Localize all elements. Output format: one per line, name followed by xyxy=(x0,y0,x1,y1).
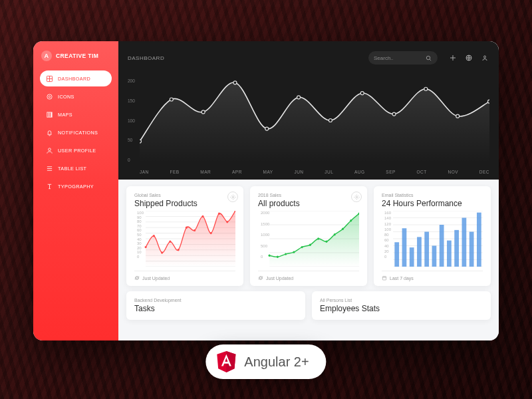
sidebar-item-notifications[interactable]: NOTIFICATIONS xyxy=(40,124,112,140)
svg-point-55 xyxy=(293,251,295,253)
refresh-icon xyxy=(258,275,263,281)
breadcrumb: DASHBOARD xyxy=(128,55,362,61)
card-footer-text: Just Updated xyxy=(142,276,170,281)
svg-rect-81 xyxy=(454,230,459,267)
maps-icon xyxy=(45,110,53,118)
svg-rect-73 xyxy=(394,242,399,267)
card-eyebrow: Email Statistics xyxy=(382,193,483,198)
sidebar-item-label: ICONS xyxy=(58,94,74,100)
svg-point-57 xyxy=(309,244,311,246)
svg-point-44 xyxy=(226,221,228,223)
card-shipped-products: Global Sales Shipped Products 1009080706… xyxy=(126,186,243,286)
globe-icon[interactable] xyxy=(464,53,473,63)
svg-point-15 xyxy=(297,96,301,99)
svg-rect-84 xyxy=(477,213,481,267)
search-box[interactable] xyxy=(368,51,438,65)
svg-point-14 xyxy=(265,127,269,130)
svg-point-38 xyxy=(178,249,180,251)
svg-rect-76 xyxy=(417,237,422,267)
svg-point-2 xyxy=(49,96,51,98)
sidebar-item-maps[interactable]: MAPS xyxy=(40,106,112,122)
svg-point-54 xyxy=(285,253,287,255)
svg-point-6 xyxy=(48,148,51,150)
svg-point-59 xyxy=(325,241,327,243)
sidebar-item-table-list[interactable]: TABLE LIST xyxy=(40,160,112,176)
sparkle-icon[interactable] xyxy=(448,53,458,63)
svg-rect-83 xyxy=(469,232,474,267)
svg-point-35 xyxy=(153,235,155,237)
card-tasks: Backend Development Tasks xyxy=(126,291,305,320)
card-title: 24 Hours Performance xyxy=(382,199,483,208)
card-title: Employees Stats xyxy=(320,304,483,313)
sidebar-item-dashboard[interactable]: DASHBOARD xyxy=(40,70,112,86)
sidebar-item-label: TYPOGRAPHY xyxy=(58,184,94,190)
svg-point-12 xyxy=(201,110,205,114)
svg-point-62 xyxy=(350,219,352,221)
svg-point-13 xyxy=(233,81,237,84)
svg-point-16 xyxy=(329,119,332,122)
hero-y-axis: 200150100500 xyxy=(128,78,135,162)
svg-point-9 xyxy=(484,56,486,58)
sidebar-item-label: MAPS xyxy=(58,112,72,118)
hero-x-axis: JANFEBMARAPRMAYJUNJULAUGSEPOCTNOVDEC xyxy=(140,170,489,174)
sidebar-item-user-profile[interactable]: USER PROFILE xyxy=(40,142,112,158)
card-eyebrow: 2018 Sales xyxy=(258,193,359,198)
svg-point-20 xyxy=(456,114,460,118)
svg-point-21 xyxy=(488,100,490,103)
svg-point-7 xyxy=(426,56,430,60)
profile-icon[interactable] xyxy=(480,53,489,63)
svg-point-41 xyxy=(201,215,203,217)
gear-icon[interactable] xyxy=(351,192,362,202)
svg-point-60 xyxy=(334,233,336,235)
user-icon xyxy=(45,146,53,154)
card-eyebrow: All Persons List xyxy=(320,298,483,303)
svg-rect-78 xyxy=(432,246,437,267)
svg-point-34 xyxy=(145,246,147,248)
brand: A CREATIVE TIM xyxy=(40,51,112,61)
search-icon[interactable] xyxy=(424,54,432,62)
svg-rect-4 xyxy=(49,112,51,116)
card-all-products: 2018 Sales All products 2000150010005000… xyxy=(250,186,367,286)
svg-rect-82 xyxy=(462,218,467,267)
framework-badge: Angular 2+ xyxy=(205,344,326,379)
svg-rect-77 xyxy=(424,232,429,267)
card-title: Shipped Products xyxy=(134,199,235,208)
badge-text: Angular 2+ xyxy=(244,354,309,370)
all-products-area-chart: 2000150010005000 xyxy=(258,211,359,267)
svg-rect-79 xyxy=(440,225,444,267)
card-footer-text: Just Updated xyxy=(266,276,293,281)
svg-point-18 xyxy=(392,112,396,116)
svg-point-17 xyxy=(360,92,364,95)
sidebar-item-label: NOTIFICATIONS xyxy=(58,130,98,136)
sidebar-item-label: TABLE LIST xyxy=(58,166,86,172)
gear-icon[interactable] xyxy=(227,192,238,202)
svg-point-37 xyxy=(169,241,171,243)
svg-point-46 xyxy=(356,196,357,198)
svg-rect-85 xyxy=(382,277,386,280)
sidebar-item-typography[interactable]: TYPOGRAPHY xyxy=(40,178,112,194)
sidebar-nav: DASHBOARD ICONS MAPS NOTIFICATIONS USER … xyxy=(40,70,112,194)
brand-logo: A xyxy=(41,51,52,61)
svg-rect-3 xyxy=(47,112,48,116)
card-row-2: Backend Development Tasks All Persons Li… xyxy=(118,291,499,328)
card-eyebrow: Backend Development xyxy=(134,298,297,303)
dashboard-icon xyxy=(45,74,53,82)
topbar: DASHBOARD xyxy=(118,41,499,74)
card-employees-stats: All Persons List Employees Stats xyxy=(312,291,491,320)
sidebar-item-label: USER PROFILE xyxy=(58,148,96,154)
main-content: DASHBOARD 200150100500 JANFEBMARAPRMAYJU… xyxy=(118,41,499,340)
svg-point-1 xyxy=(47,94,51,98)
list-icon xyxy=(45,164,53,172)
svg-point-56 xyxy=(301,246,303,248)
hero-line-chart xyxy=(140,78,489,162)
svg-point-39 xyxy=(186,227,188,229)
sidebar-item-icons[interactable]: ICONS xyxy=(40,88,112,104)
angular-shield-icon xyxy=(216,351,236,372)
search-input[interactable] xyxy=(374,55,420,61)
svg-point-22 xyxy=(232,196,233,198)
card-eyebrow: Global Sales xyxy=(134,193,235,198)
hero-chart: 200150100500 JANFEBMARAPRMAYJUNJULAUGSEP… xyxy=(118,74,499,180)
svg-point-61 xyxy=(342,228,344,230)
svg-point-40 xyxy=(194,229,196,231)
svg-rect-74 xyxy=(402,228,407,267)
